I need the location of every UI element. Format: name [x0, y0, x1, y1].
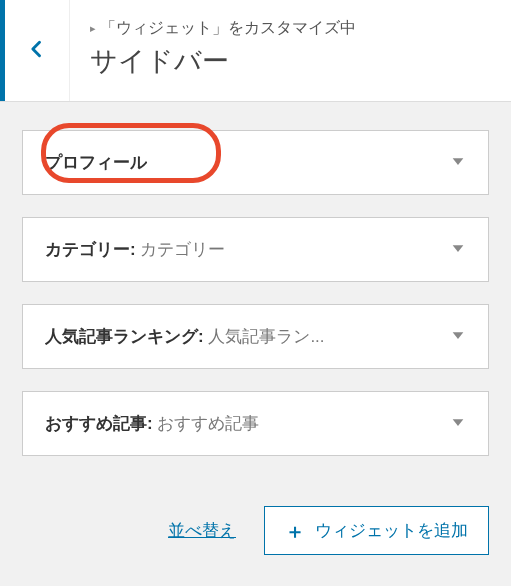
footer-actions: 並べ替え ＋ ウィジェットを追加 — [0, 496, 511, 575]
add-widget-label: ウィジェットを追加 — [315, 519, 468, 542]
widget-name: カテゴリー — [45, 240, 130, 259]
breadcrumb-label: 「ウィジェット」をカスタマイズ中 — [100, 18, 356, 39]
widget-label: おすすめ記事: おすすめ記事 — [45, 412, 259, 435]
caret-right-icon: ▸ — [90, 22, 96, 35]
svg-marker-3 — [453, 419, 464, 426]
widget-item-profile[interactable]: プロフィール — [22, 130, 489, 195]
customizer-header: ▸ 「ウィジェット」をカスタマイズ中 サイドバー — [0, 0, 511, 102]
widget-item-categories[interactable]: カテゴリー: カテゴリー — [22, 217, 489, 282]
widget-value: おすすめ記事 — [157, 414, 259, 433]
page-title: サイドバー — [90, 43, 491, 79]
widget-value: カテゴリー — [140, 240, 225, 259]
add-widget-button[interactable]: ＋ ウィジェットを追加 — [264, 506, 489, 555]
widget-name: 人気記事ランキング — [45, 327, 198, 346]
svg-marker-2 — [453, 332, 464, 339]
widget-label: カテゴリー: カテゴリー — [45, 238, 225, 261]
widget-item-recommended[interactable]: おすすめ記事: おすすめ記事 — [22, 391, 489, 456]
widget-label: 人気記事ランキング: 人気記事ラン... — [45, 325, 325, 348]
widget-item-popular[interactable]: 人気記事ランキング: 人気記事ラン... — [22, 304, 489, 369]
breadcrumb: ▸ 「ウィジェット」をカスタマイズ中 — [90, 18, 491, 39]
chevron-down-icon — [450, 240, 466, 260]
plus-icon: ＋ — [285, 521, 305, 541]
chevron-left-icon — [27, 35, 47, 67]
chevron-down-icon — [450, 153, 466, 173]
chevron-down-icon — [450, 327, 466, 347]
svg-marker-0 — [453, 158, 464, 165]
svg-marker-1 — [453, 245, 464, 252]
widget-list: プロフィール カテゴリー: カテゴリー 人気記事ランキング: 人気記事ラン...… — [0, 102, 511, 496]
chevron-down-icon — [450, 414, 466, 434]
back-button[interactable] — [0, 0, 70, 101]
widget-value: 人気記事ラン... — [208, 327, 324, 346]
header-text: ▸ 「ウィジェット」をカスタマイズ中 サイドバー — [70, 0, 511, 101]
widget-label: プロフィール — [45, 151, 147, 174]
widget-name: おすすめ記事 — [45, 414, 147, 433]
widget-name: プロフィール — [45, 153, 147, 172]
reorder-link[interactable]: 並べ替え — [168, 519, 236, 542]
